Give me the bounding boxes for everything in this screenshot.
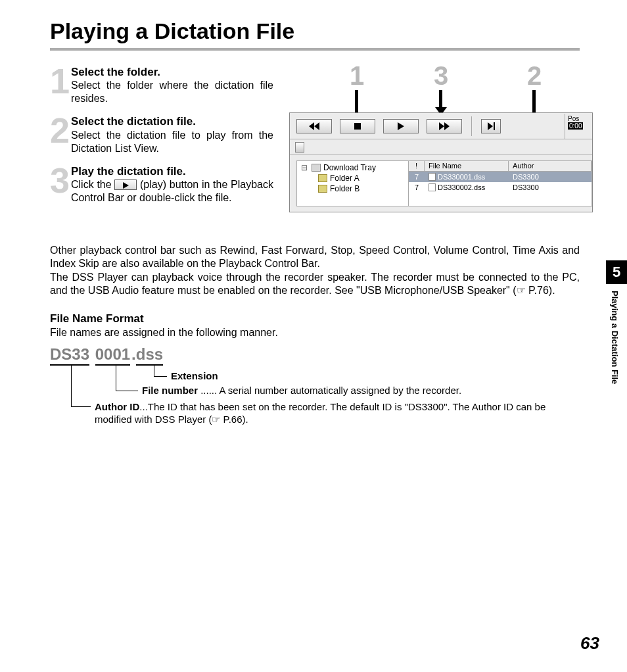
callout-2: 2 <box>527 61 542 91</box>
page-number: 63 <box>580 633 599 654</box>
extension-label: Extension <box>171 370 218 381</box>
tree-root[interactable]: ⊟Download Tray <box>300 162 406 173</box>
tree-folder-b[interactable]: Folder B <box>300 183 406 194</box>
tree-folder-b-label: Folder B <box>330 184 360 193</box>
position-time: 0:00 <box>568 122 583 130</box>
steps-column: 1 Select the folder. Select the folder w… <box>50 65 273 236</box>
header-priority[interactable]: ! <box>409 161 425 171</box>
list-row[interactable]: 7 DS330001.dss DS3300 <box>409 172 592 182</box>
filename-author-part: DS33 <box>50 345 89 366</box>
arrow-3 <box>439 90 442 108</box>
row-index: 7 <box>409 183 425 191</box>
tree-folder-a[interactable]: Folder A <box>300 173 406 183</box>
row-author: DS3300 <box>509 183 592 191</box>
header-filename[interactable]: File Name <box>425 161 509 171</box>
step-2: 2 Select the dictation file. Select the … <box>50 114 273 155</box>
row-author: DS3300 <box>509 173 592 181</box>
paragraph-2: The DSS Player can playback voice throug… <box>50 271 580 298</box>
file-icon <box>429 183 436 191</box>
filename-diagram: DS33 0001.dss Extension File number ....… <box>50 345 580 437</box>
title-rule <box>50 48 580 51</box>
row-index: 7 <box>409 173 425 181</box>
callout-1: 1 <box>350 61 364 91</box>
connector-line <box>71 365 91 407</box>
step-2-text: Select the dictation file to play from t… <box>71 129 273 155</box>
tree-root-label: Download Tray <box>323 163 376 172</box>
stop-button[interactable] <box>340 119 375 133</box>
step-3-text: Click the (play) button in the Playback … <box>71 178 273 204</box>
step-3-heading: Play the dictation file. <box>71 164 273 178</box>
step-3-text-before: Click the <box>71 179 114 190</box>
file-number-label: File number ...... A serial number autom… <box>142 385 461 396</box>
folder-tree[interactable]: ⊟Download Tray Folder A Folder B <box>297 161 409 206</box>
step-3-number: 3 <box>50 164 70 204</box>
toolbar-separator <box>471 116 472 136</box>
slider-thumb-icon[interactable] <box>295 142 304 153</box>
step-1: 1 Select the folder. Select the folder w… <box>50 65 273 105</box>
play-icon <box>114 180 137 190</box>
skip-end-button[interactable] <box>481 119 501 133</box>
step-3: 3 Play the dictation file. Click the (pl… <box>50 164 273 204</box>
position-indicator: Pos 0:00 <box>565 114 592 139</box>
play-button[interactable] <box>383 119 419 133</box>
file-name-format-heading: File Name Format <box>50 312 627 325</box>
folder-icon <box>318 185 327 193</box>
side-tab: 5 Playing a Dictation File <box>606 260 627 384</box>
chapter-number: 5 <box>606 260 627 284</box>
row-filename: DS330001.dss <box>438 173 485 181</box>
filename-ext-part: dss <box>136 345 163 366</box>
row-filename: DS330002.dss <box>438 183 485 191</box>
file-name-format-intro: File names are assigned in the following… <box>50 327 627 339</box>
filename-dot: . <box>131 345 136 363</box>
author-id-label: Author ID...The ID that has been set on … <box>95 400 581 426</box>
page-title: Playing a Dictation File <box>50 18 627 44</box>
rewind-button[interactable] <box>296 119 332 133</box>
callout-3: 3 <box>434 61 448 91</box>
file-icon <box>429 173 436 181</box>
connector-line <box>154 365 167 377</box>
step-2-heading: Select the dictation file. <box>71 114 273 128</box>
paragraph-1: Other playback control bar such as Rewin… <box>50 244 580 271</box>
app-window: Pos 0:00 ⊟Download Tray Folder A Folder … <box>289 112 593 212</box>
time-slider[interactable] <box>290 139 592 155</box>
step-1-heading: Select the folder. <box>71 65 273 79</box>
step-1-text: Select the folder where the dictation fi… <box>71 79 273 105</box>
connector-line <box>116 365 138 391</box>
filename-number-part: 0001 <box>95 345 130 366</box>
filename-space <box>91 345 95 363</box>
position-label: Pos <box>568 115 591 122</box>
fast-forward-button[interactable] <box>427 119 462 133</box>
folder-icon <box>318 174 327 182</box>
tree-folder-a-label: Folder A <box>330 174 360 183</box>
list-header: ! File Name Author <box>409 161 592 172</box>
step-2-number: 2 <box>50 114 70 155</box>
header-author[interactable]: Author <box>509 161 592 171</box>
chapter-title: Playing a Dictation File <box>610 291 620 384</box>
step-1-number: 1 <box>50 65 70 105</box>
list-row[interactable]: 7 DS330002.dss DS3300 <box>409 182 592 193</box>
screenshot-diagram: 1 3 2 Pos 0:00 ⊟ <box>289 65 580 236</box>
tray-icon <box>312 164 321 172</box>
dictation-list: ! File Name Author 7 DS330001.dss DS3300… <box>409 161 592 206</box>
playback-toolbar: Pos 0:00 <box>290 113 592 139</box>
